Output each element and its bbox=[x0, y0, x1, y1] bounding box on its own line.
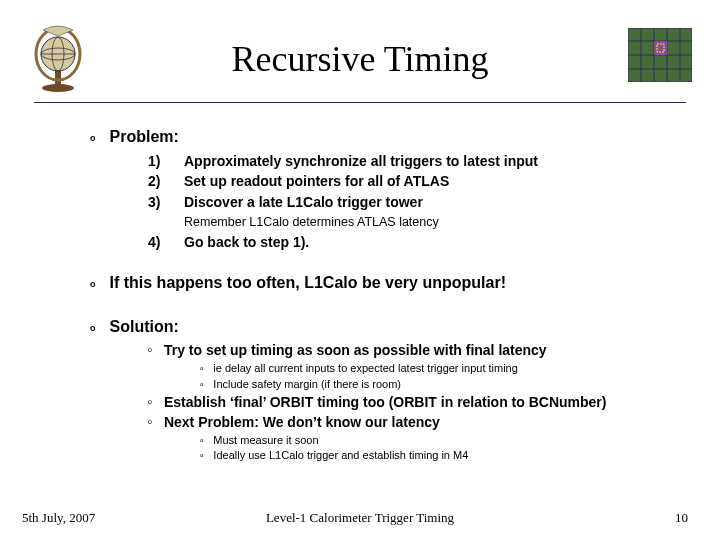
item-text: Try to set up timing as soon as possible… bbox=[164, 341, 547, 360]
solution-item-1: o Try to set up timing as soon as possib… bbox=[148, 341, 690, 360]
solution-item-3a: o Must measure it soon bbox=[200, 433, 690, 448]
solution-item-3b: o Ideally use L1Calo trigger and establi… bbox=[200, 448, 690, 463]
item-text: Must measure it soon bbox=[213, 433, 318, 448]
step-number: 2) bbox=[148, 172, 184, 191]
footer-title: Level-1 Calorimeter Trigger Timing bbox=[0, 510, 720, 526]
warning-text: If this happens too often, L1Calo be ver… bbox=[110, 272, 506, 294]
problem-note: Remember L1Calo determines ATLAS latency bbox=[184, 214, 690, 231]
step-text: Go back to step 1). bbox=[184, 233, 309, 252]
solution-item-3: o Next Problem: We don’t know our latenc… bbox=[148, 413, 690, 432]
problem-step-1: 1) Approximately synchronize all trigger… bbox=[148, 152, 690, 171]
step-text: Set up readout pointers for all of ATLAS bbox=[184, 172, 449, 191]
item-text: ie delay all current inputs to expected … bbox=[213, 361, 518, 376]
step-number: 1) bbox=[148, 152, 184, 171]
solution-item-2: o Establish ‘final’ ORBIT timing too (OR… bbox=[148, 393, 690, 412]
bullet-icon: o bbox=[200, 451, 203, 459]
bullet-icon: o bbox=[90, 132, 96, 144]
bullet-icon: o bbox=[200, 380, 203, 388]
slide-content: o Problem: 1) Approximately synchronize … bbox=[90, 120, 690, 464]
title-divider bbox=[34, 102, 686, 103]
section-warning: o If this happens too often, L1Calo be v… bbox=[90, 272, 690, 294]
slide: Recursive Timing o Problem: 1) Approxima… bbox=[0, 0, 720, 540]
bullet-icon: o bbox=[148, 417, 152, 426]
step-number: 3) bbox=[148, 193, 184, 212]
footer-page-number: 10 bbox=[675, 510, 688, 526]
page-title: Recursive Timing bbox=[0, 38, 720, 80]
bullet-icon: o bbox=[148, 345, 152, 354]
problem-heading: Problem: bbox=[110, 126, 179, 148]
section-solution: o Solution: bbox=[90, 316, 690, 338]
note-text: Remember L1Calo determines ATLAS latency bbox=[184, 214, 439, 231]
item-text: Next Problem: We don’t know our latency bbox=[164, 413, 440, 432]
bullet-icon: o bbox=[200, 436, 203, 444]
problem-step-4: 4) Go back to step 1). bbox=[148, 233, 690, 252]
item-text: Include safety margin (if there is room) bbox=[213, 377, 401, 392]
bullet-icon: o bbox=[90, 322, 96, 334]
solution-item-1a: o ie delay all current inputs to expecte… bbox=[200, 361, 690, 376]
section-problem: o Problem: bbox=[90, 126, 690, 148]
solution-heading: Solution: bbox=[110, 316, 179, 338]
item-text: Ideally use L1Calo trigger and establish… bbox=[213, 448, 468, 463]
step-text: Discover a late L1Calo trigger tower bbox=[184, 193, 423, 212]
problem-step-2: 2) Set up readout pointers for all of AT… bbox=[148, 172, 690, 191]
step-number: 4) bbox=[148, 233, 184, 252]
problem-step-3: 3) Discover a late L1Calo trigger tower bbox=[148, 193, 690, 212]
bullet-icon: o bbox=[200, 364, 203, 372]
item-text: Establish ‘final’ ORBIT timing too (ORBI… bbox=[164, 393, 607, 412]
bullet-icon: o bbox=[148, 397, 152, 406]
solution-item-1b: o Include safety margin (if there is roo… bbox=[200, 377, 690, 392]
step-text: Approximately synchronize all triggers t… bbox=[184, 152, 538, 171]
bullet-icon: o bbox=[90, 278, 96, 290]
